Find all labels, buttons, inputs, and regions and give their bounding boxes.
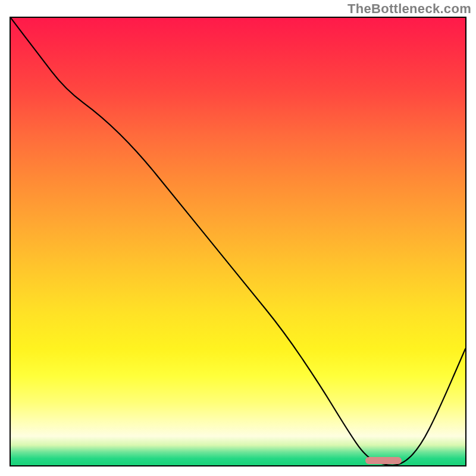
- curve-path: [11, 18, 465, 465]
- plot-area: [10, 17, 466, 466]
- bottleneck-curve: [11, 18, 465, 465]
- chart-container: TheBottleneck.com: [0, 0, 476, 476]
- attribution-label: TheBottleneck.com: [347, 1, 471, 17]
- optimum-marker: [365, 457, 402, 464]
